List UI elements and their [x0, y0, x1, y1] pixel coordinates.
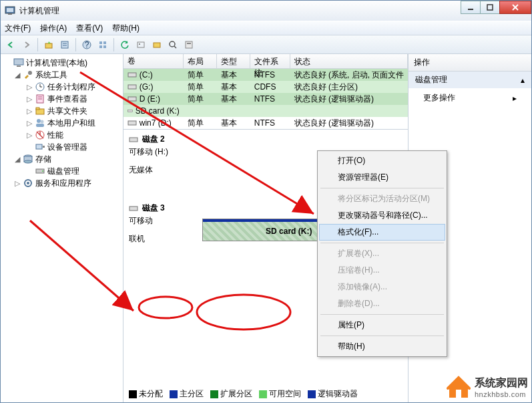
col-fs[interactable]: 文件系统 — [250, 54, 290, 68]
table-row[interactable]: (C:)简单基本NTFS状态良好 (系统, 启动, 页面文件 — [123, 69, 409, 81]
disk-2-removable: 可移动 (H:) — [129, 146, 189, 158]
help-button[interactable]: ? — [79, 37, 94, 52]
tree-sched-label: 任务计划程序 — [47, 82, 95, 93]
legend: 未分配 主分区 扩展分区 可用空间 逻辑驱动器 — [129, 388, 358, 400]
menu-view[interactable]: 查看(V) — [76, 23, 103, 34]
svg-rect-15 — [99, 45, 102, 48]
users-icon — [35, 118, 45, 128]
actions-diskmgmt[interactable]: 磁盘管理▴ — [409, 72, 531, 88]
refresh-button[interactable] — [117, 37, 132, 52]
tree-perf-label: 性能 — [47, 130, 63, 141]
event-icon — [35, 94, 45, 104]
ctx-mirror: 添加镜像(A)... — [319, 279, 445, 295]
actions-section-label: 磁盘管理 — [415, 74, 447, 86]
svg-rect-17 — [138, 42, 144, 47]
minimize-button[interactable] — [461, 1, 481, 14]
disk-icon — [35, 166, 45, 176]
disk-2-nomedia: 无媒体 — [129, 164, 189, 176]
tree-shared[interactable]: ▷共享文件夹 — [2, 105, 121, 117]
legend-logical: 逻辑驱动器 — [318, 389, 358, 398]
svg-rect-19 — [154, 43, 160, 47]
svg-rect-53 — [127, 110, 132, 112]
menu-action[interactable]: 操作(A) — [40, 23, 67, 34]
tree-root[interactable]: 计算机管理(本地) — [2, 57, 121, 69]
disk-3-online: 联机 — [129, 233, 189, 245]
col-vol[interactable]: 卷 — [123, 54, 184, 68]
tree-systools[interactable]: ◢系统工具 — [2, 69, 121, 81]
window-root: 计算机管理 文件(F) 操作(A) 查看(V) 帮助(H) ? 计算机管理(本地… — [0, 0, 532, 403]
watermark-url: hnzkhbsb.com — [475, 390, 528, 398]
disk-3-removable: 可移动 — [129, 215, 189, 227]
volume-grid: 卷 布局 类型 文件系统 状态 (C:)简单基本NTFS状态良好 (系统, 启动… — [123, 54, 409, 130]
table-row[interactable]: (G:)简单基本CDFS状态良好 (主分区) — [123, 81, 409, 93]
titlebar: 计算机管理 — [1, 1, 531, 21]
actions-more[interactable]: 更多操作▸ — [409, 88, 531, 108]
col-type[interactable]: 类型 — [217, 54, 250, 68]
tree-storage[interactable]: ◢存储 — [2, 153, 121, 165]
tree-systools-label: 系统工具 — [35, 70, 67, 81]
svg-rect-16 — [103, 45, 106, 48]
table-row[interactable]: win7 (D:)简单基本NTFS状态良好 (逻辑驱动器) — [123, 117, 409, 129]
tree-services[interactable]: ▷服务和应用程序 — [2, 177, 121, 189]
watermark-name: 系统家园网 — [475, 376, 528, 390]
ctx-chgletter[interactable]: 更改驱动器号和路径(C)... — [319, 207, 445, 224]
svg-rect-61 — [456, 390, 461, 398]
svg-point-35 — [37, 119, 41, 123]
svg-rect-50 — [128, 73, 136, 77]
nav-tree: 计算机管理(本地) ◢系统工具 ▷任务计划程序 ▷事件查看器 ▷共享文件夹 ▷本… — [1, 54, 123, 402]
clock-icon — [35, 82, 45, 92]
svg-point-36 — [41, 120, 44, 124]
views-button[interactable] — [95, 37, 110, 52]
col-layout[interactable]: 布局 — [184, 54, 217, 68]
table-row[interactable]: SD card (K:) — [123, 105, 409, 117]
close-button[interactable] — [499, 1, 531, 14]
back-button[interactable] — [3, 37, 18, 52]
tool-btn-3[interactable] — [166, 37, 180, 52]
tree-event-label: 事件查看器 — [47, 94, 87, 105]
tree-devmgr[interactable]: 设备管理器 — [2, 141, 121, 153]
ctx-open[interactable]: 打开(O) — [319, 152, 445, 169]
svg-rect-34 — [36, 108, 39, 110]
tree-event[interactable]: ▷事件查看器 — [2, 93, 121, 105]
ctx-format[interactable]: 格式化(F)... — [319, 224, 445, 241]
tree-devmgr-label: 设备管理器 — [47, 142, 87, 153]
table-row[interactable]: D (E:)简单基本NTFS状态良好 (逻辑驱动器) — [123, 93, 409, 105]
col-status[interactable]: 状态 — [290, 54, 409, 68]
actions-title: 操作 — [409, 54, 531, 72]
ctx-markactive: 将分区标记为活动分区(M) — [319, 190, 445, 207]
menu-help[interactable]: 帮助(H) — [112, 23, 140, 34]
disk-2-title: 磁盘 2 — [142, 134, 165, 145]
tree-sched[interactable]: ▷任务计划程序 — [2, 81, 121, 93]
tree-users[interactable]: ▷本地用户和组 — [2, 117, 121, 129]
ctx-prop[interactable]: 属性(P) — [319, 317, 445, 333]
forward-button[interactable] — [19, 37, 34, 52]
collapse-icon: ▴ — [521, 76, 525, 85]
svg-rect-52 — [128, 97, 136, 101]
svg-rect-54 — [128, 121, 136, 125]
ctx-help[interactable]: 帮助(H) — [319, 338, 445, 355]
tool-btn-4[interactable] — [182, 37, 196, 52]
ctx-explorer[interactable]: 资源管理器(E) — [319, 169, 445, 186]
storage-icon — [23, 154, 33, 164]
svg-point-20 — [170, 41, 175, 47]
tree-diskmgmt-label: 磁盘管理 — [47, 166, 79, 177]
grid-header: 卷 布局 类型 文件系统 状态 — [123, 54, 409, 69]
properties-button[interactable] — [57, 37, 72, 52]
legend-unalloc: 未分配 — [139, 389, 163, 398]
disk-3-title: 磁盘 3 — [142, 203, 165, 214]
window-title: 计算机管理 — [19, 5, 461, 17]
svg-rect-1 — [7, 8, 13, 12]
svg-text:?: ? — [85, 40, 89, 49]
tree-perf[interactable]: ▷性能 — [2, 129, 121, 141]
tool-btn-2[interactable] — [150, 37, 164, 52]
svg-point-26 — [28, 71, 32, 75]
maximize-button[interactable] — [480, 1, 500, 14]
context-menu: 打开(O) 资源管理器(E) 将分区标记为活动分区(M) 更改驱动器号和路径(C… — [317, 150, 447, 357]
menu-file[interactable]: 文件(F) — [5, 23, 31, 34]
tree-diskmgmt[interactable]: 磁盘管理 — [2, 165, 121, 177]
chevron-right-icon: ▸ — [513, 94, 517, 103]
up-button[interactable] — [41, 37, 56, 52]
tool-btn-1[interactable] — [134, 37, 148, 52]
svg-rect-7 — [45, 43, 52, 48]
svg-rect-22 — [186, 41, 192, 48]
